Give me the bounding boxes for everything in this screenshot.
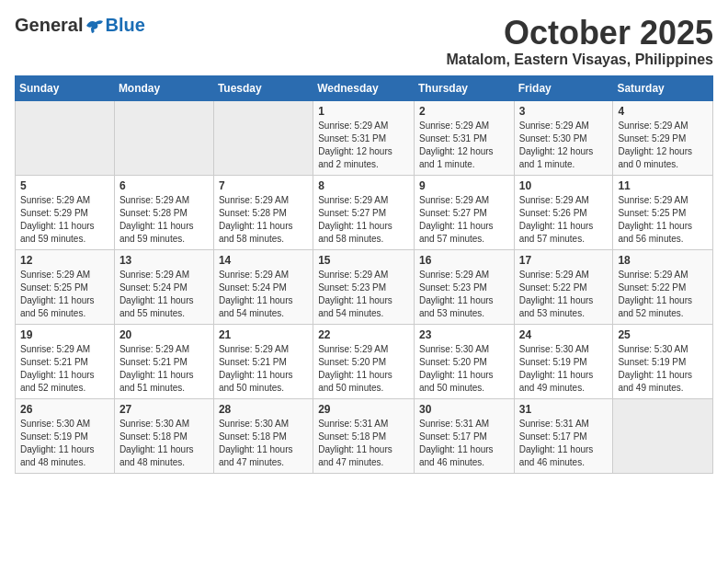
logo-bird-icon	[85, 17, 105, 34]
calendar-cell	[213, 100, 313, 175]
calendar-cell: 9Sunrise: 5:29 AMSunset: 5:27 PMDaylight…	[414, 175, 514, 249]
day-number: 30	[419, 403, 509, 416]
day-number: 14	[219, 254, 308, 267]
calendar-cell: 19Sunrise: 5:29 AMSunset: 5:21 PMDayligh…	[16, 324, 115, 398]
day-info: Sunrise: 5:29 AMSunset: 5:28 PMDaylight:…	[219, 194, 308, 246]
day-info: Sunrise: 5:29 AMSunset: 5:29 PMDaylight:…	[20, 194, 109, 246]
day-info: Sunrise: 5:30 AMSunset: 5:18 PMDaylight:…	[219, 418, 308, 469]
day-number: 31	[519, 403, 609, 416]
calendar-cell: 28Sunrise: 5:30 AMSunset: 5:18 PMDayligh…	[213, 398, 313, 473]
title-area: October 2025 Matalom, Eastern Visayas, P…	[447, 15, 713, 68]
day-info: Sunrise: 5:29 AMSunset: 5:24 PMDaylight:…	[219, 269, 308, 320]
calendar-cell	[613, 398, 713, 473]
day-info: Sunrise: 5:30 AMSunset: 5:19 PMDaylight:…	[519, 343, 609, 395]
day-number: 27	[119, 403, 209, 416]
calendar-cell: 15Sunrise: 5:29 AMSunset: 5:23 PMDayligh…	[313, 249, 415, 324]
day-info: Sunrise: 5:31 AMSunset: 5:18 PMDaylight:…	[318, 418, 409, 469]
calendar-cell: 1Sunrise: 5:29 AMSunset: 5:31 PMDaylight…	[313, 100, 415, 175]
day-info: Sunrise: 5:29 AMSunset: 5:23 PMDaylight:…	[318, 269, 409, 320]
day-number: 1	[318, 105, 409, 118]
day-info: Sunrise: 5:29 AMSunset: 5:30 PMDaylight:…	[519, 120, 609, 171]
calendar-cell: 31Sunrise: 5:31 AMSunset: 5:17 PMDayligh…	[514, 398, 613, 473]
day-number: 23	[419, 328, 509, 341]
calendar-cell: 30Sunrise: 5:31 AMSunset: 5:17 PMDayligh…	[414, 398, 514, 473]
day-info: Sunrise: 5:29 AMSunset: 5:21 PMDaylight:…	[219, 343, 308, 395]
day-number: 12	[20, 254, 109, 267]
day-info: Sunrise: 5:29 AMSunset: 5:24 PMDaylight:…	[119, 269, 209, 320]
day-info: Sunrise: 5:29 AMSunset: 5:27 PMDaylight:…	[318, 194, 409, 246]
page-header: General Blue October 2025 Matalom, Easte…	[15, 15, 713, 68]
day-number: 13	[119, 254, 209, 267]
month-title: October 2025	[447, 15, 713, 52]
day-number: 3	[519, 105, 609, 118]
calendar-cell: 25Sunrise: 5:30 AMSunset: 5:19 PMDayligh…	[613, 324, 713, 398]
calendar-cell: 4Sunrise: 5:29 AMSunset: 5:29 PMDaylight…	[613, 100, 713, 175]
calendar-cell: 26Sunrise: 5:30 AMSunset: 5:19 PMDayligh…	[16, 398, 115, 473]
calendar-cell: 10Sunrise: 5:29 AMSunset: 5:26 PMDayligh…	[514, 175, 613, 249]
day-number: 17	[519, 254, 609, 267]
day-info: Sunrise: 5:29 AMSunset: 5:21 PMDaylight:…	[20, 343, 109, 395]
calendar-cell: 17Sunrise: 5:29 AMSunset: 5:22 PMDayligh…	[514, 249, 613, 324]
day-number: 19	[20, 328, 109, 341]
calendar-cell: 23Sunrise: 5:30 AMSunset: 5:20 PMDayligh…	[414, 324, 514, 398]
day-info: Sunrise: 5:29 AMSunset: 5:21 PMDaylight:…	[119, 343, 209, 395]
day-info: Sunrise: 5:29 AMSunset: 5:25 PMDaylight:…	[20, 269, 109, 320]
calendar-week-row: 12Sunrise: 5:29 AMSunset: 5:25 PMDayligh…	[16, 249, 713, 324]
day-info: Sunrise: 5:29 AMSunset: 5:22 PMDaylight:…	[618, 269, 708, 320]
day-number: 2	[419, 105, 509, 118]
day-info: Sunrise: 5:30 AMSunset: 5:19 PMDaylight:…	[20, 418, 109, 469]
day-number: 25	[618, 328, 708, 341]
day-number: 29	[318, 403, 409, 416]
weekday-header-tuesday: Tuesday	[213, 75, 313, 100]
day-info: Sunrise: 5:30 AMSunset: 5:18 PMDaylight:…	[119, 418, 209, 469]
day-number: 16	[419, 254, 509, 267]
weekday-header-saturday: Saturday	[613, 75, 713, 100]
day-info: Sunrise: 5:31 AMSunset: 5:17 PMDaylight:…	[419, 418, 509, 469]
calendar-cell: 12Sunrise: 5:29 AMSunset: 5:25 PMDayligh…	[16, 249, 115, 324]
calendar-cell: 29Sunrise: 5:31 AMSunset: 5:18 PMDayligh…	[313, 398, 415, 473]
weekday-header-friday: Friday	[514, 75, 613, 100]
day-number: 7	[219, 179, 308, 192]
calendar-cell	[114, 100, 213, 175]
day-number: 15	[318, 254, 409, 267]
day-number: 20	[119, 328, 209, 341]
location-title: Matalom, Eastern Visayas, Philippines	[447, 52, 713, 68]
day-info: Sunrise: 5:30 AMSunset: 5:19 PMDaylight:…	[618, 343, 708, 395]
day-number: 22	[318, 328, 409, 341]
calendar-week-row: 26Sunrise: 5:30 AMSunset: 5:19 PMDayligh…	[16, 398, 713, 473]
day-number: 8	[318, 179, 409, 192]
calendar-cell: 7Sunrise: 5:29 AMSunset: 5:28 PMDaylight…	[213, 175, 313, 249]
weekday-header-row: SundayMondayTuesdayWednesdayThursdayFrid…	[16, 75, 713, 100]
logo-blue-text: Blue	[105, 15, 144, 36]
day-number: 21	[219, 328, 308, 341]
day-number: 24	[519, 328, 609, 341]
day-number: 11	[618, 179, 708, 192]
calendar-cell: 6Sunrise: 5:29 AMSunset: 5:28 PMDaylight…	[114, 175, 213, 249]
calendar-table: SundayMondayTuesdayWednesdayThursdayFrid…	[15, 75, 713, 474]
calendar-cell: 20Sunrise: 5:29 AMSunset: 5:21 PMDayligh…	[114, 324, 213, 398]
day-info: Sunrise: 5:29 AMSunset: 5:27 PMDaylight:…	[419, 194, 509, 246]
calendar-week-row: 1Sunrise: 5:29 AMSunset: 5:31 PMDaylight…	[16, 100, 713, 175]
day-number: 26	[20, 403, 109, 416]
day-info: Sunrise: 5:29 AMSunset: 5:29 PMDaylight:…	[618, 120, 708, 171]
calendar-cell: 14Sunrise: 5:29 AMSunset: 5:24 PMDayligh…	[213, 249, 313, 324]
day-info: Sunrise: 5:29 AMSunset: 5:22 PMDaylight:…	[519, 269, 609, 320]
day-number: 18	[618, 254, 708, 267]
logo-general-text: General	[15, 15, 83, 36]
logo: General Blue	[15, 15, 145, 36]
day-info: Sunrise: 5:29 AMSunset: 5:23 PMDaylight:…	[419, 269, 509, 320]
calendar-cell: 11Sunrise: 5:29 AMSunset: 5:25 PMDayligh…	[613, 175, 713, 249]
calendar-cell: 18Sunrise: 5:29 AMSunset: 5:22 PMDayligh…	[613, 249, 713, 324]
calendar-cell: 8Sunrise: 5:29 AMSunset: 5:27 PMDaylight…	[313, 175, 415, 249]
calendar-cell: 27Sunrise: 5:30 AMSunset: 5:18 PMDayligh…	[114, 398, 213, 473]
day-info: Sunrise: 5:29 AMSunset: 5:31 PMDaylight:…	[419, 120, 509, 171]
calendar-cell: 5Sunrise: 5:29 AMSunset: 5:29 PMDaylight…	[16, 175, 115, 249]
weekday-header-thursday: Thursday	[414, 75, 514, 100]
day-info: Sunrise: 5:31 AMSunset: 5:17 PMDaylight:…	[519, 418, 609, 469]
day-number: 9	[419, 179, 509, 192]
day-info: Sunrise: 5:29 AMSunset: 5:26 PMDaylight:…	[519, 194, 609, 246]
calendar-cell: 22Sunrise: 5:29 AMSunset: 5:20 PMDayligh…	[313, 324, 415, 398]
day-info: Sunrise: 5:29 AMSunset: 5:20 PMDaylight:…	[318, 343, 409, 395]
calendar-cell: 3Sunrise: 5:29 AMSunset: 5:30 PMDaylight…	[514, 100, 613, 175]
weekday-header-sunday: Sunday	[16, 75, 115, 100]
